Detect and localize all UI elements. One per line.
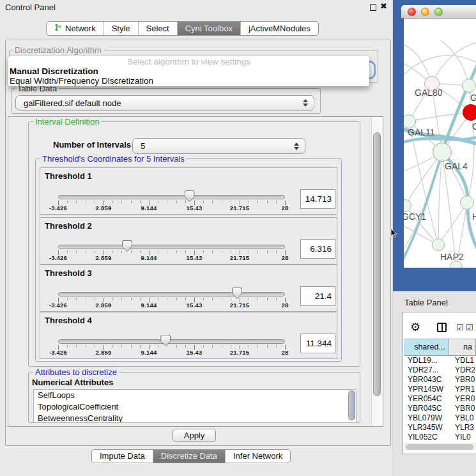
network-node-label: HAP2 (440, 252, 464, 262)
column-header-name[interactable]: na (449, 339, 476, 355)
threshold-panel: Threshold 4-3.4262.8599.14415.4321.71528… (40, 312, 337, 359)
tab-discretize-data[interactable]: Discretize Data (153, 450, 225, 463)
minimize-traffic-light[interactable] (421, 8, 429, 16)
attribute-list-item[interactable]: BetweennessCentrality (34, 413, 356, 423)
cell-name: YPR1 (451, 385, 476, 394)
dropdown-option-equal-width-frequency[interactable]: Equal Width/Frequency Discretization (10, 76, 153, 86)
network-window-titlebar[interactable] (401, 5, 476, 19)
threshold-label: Threshold 3 (45, 268, 92, 278)
network-node-label: GAL11 (408, 127, 435, 137)
network-node[interactable] (462, 79, 476, 93)
close-icon[interactable]: ✖ (380, 1, 387, 11)
control-panel-window: Control Panel ✖ Network Style Select Cyn (0, 0, 392, 476)
attribute-list-item[interactable]: SelfLoops (34, 390, 356, 401)
cell-shared-name: YBL079W (404, 413, 451, 423)
cell-shared-name: YDL19... (404, 356, 451, 365)
number-of-intervals-label: Number of Intervals (53, 140, 131, 150)
tab-network[interactable]: Network (47, 22, 104, 35)
table-row[interactable]: YBR043CYBR0 (404, 375, 476, 385)
threshold-value-field[interactable]: 14.713 (300, 189, 335, 209)
network-node[interactable] (460, 196, 474, 210)
table-row[interactable]: YBL079WYBL0 (404, 413, 476, 423)
float-window-icon[interactable] (370, 4, 376, 11)
attributes-scrollbar-thumb[interactable] (348, 390, 355, 420)
slider-scale: -3.4262.8599.14415.4321.71528 (40, 302, 337, 309)
threshold-value-field[interactable]: 6.316 (300, 239, 335, 259)
bottom-tabbar: Impute Data Discretize Data Infer Networ… (91, 449, 291, 463)
table-row[interactable]: YIL052CYIL0 (404, 433, 476, 442)
checkbox-icon[interactable]: ☑ (466, 323, 473, 332)
cell-shared-name: YBR043C (404, 375, 451, 385)
table-panel-window: Table Panel ⚙ ☑ ☑ shared... na YDL19...Y… (393, 291, 476, 476)
table-data-combobox[interactable]: galFiltered.sif default node (15, 95, 314, 111)
table-row[interactable]: YBR045CYBR0 (404, 404, 476, 413)
network-node-label: GAL80 (415, 88, 443, 98)
table-row[interactable]: YLR345WYLR3 (404, 423, 476, 433)
table-hscrollbar-thumb[interactable] (406, 444, 473, 450)
cell-name: YBL0 (451, 413, 476, 423)
threshold-panels: Threshold 1-3.4262.8599.14415.4321.71528… (35, 158, 342, 362)
gear-icon[interactable]: ⚙ (410, 320, 420, 334)
scrollbar-thumb[interactable] (373, 132, 381, 396)
attribute-list-item[interactable]: TopologicalCoefficient (34, 401, 356, 413)
threshold-panel: Threshold 2-3.4262.8599.14415.4321.71528… (40, 217, 337, 265)
table-panel-title: Table Panel (404, 298, 448, 307)
tab-style[interactable]: Style (104, 22, 138, 35)
table-row[interactable]: YPR145WYPR1 (404, 385, 476, 394)
network-icon (54, 22, 62, 35)
threshold-slider-track[interactable] (58, 245, 285, 249)
tab-network-label: Network (65, 22, 96, 35)
algorithm-dropdown-popup: Select algorithm to view settings Manual… (8, 56, 369, 86)
table-row[interactable]: YER054CYER0 (404, 394, 476, 404)
threshold-label: Threshold 2 (45, 221, 92, 231)
cell-name: YDR2 (451, 365, 476, 375)
columns-icon[interactable] (437, 323, 447, 332)
threshold-label: Threshold 4 (45, 316, 92, 325)
threshold-panel: Threshold 3-3.4262.8599.14415.4321.71528… (40, 265, 337, 312)
slider-scale: -3.4262.8599.14415.4321.71528 (40, 204, 337, 212)
close-traffic-light[interactable] (408, 8, 416, 16)
dropdown-hint: Select algorithm to view settings (8, 57, 369, 66)
cell-name: YBR0 (451, 404, 476, 413)
dropdown-option-manual-discretization[interactable]: Manual Discretization (10, 66, 98, 76)
algorithm-group-label: Discretization Algorithm (13, 45, 104, 55)
tab-select[interactable]: Select (138, 22, 177, 35)
threshold-panel: Threshold 1-3.4262.8599.14415.4321.71528… (40, 167, 337, 215)
slider-scale: -3.4262.8599.14415.4321.71528 (40, 349, 337, 357)
table-row[interactable]: YDL19...YDL1 (404, 356, 476, 365)
checkbox-icon[interactable]: ☑ (456, 323, 464, 332)
control-panel-title: Control Panel (5, 3, 56, 12)
numerical-attributes-list[interactable]: SelfLoopsTopologicalCoefficientBetweenne… (33, 389, 357, 423)
cell-shared-name: YPR145W (404, 385, 451, 394)
cell-name: YLR3 (451, 423, 476, 433)
apply-button[interactable]: Apply (173, 429, 216, 442)
network-node-label: GA (470, 93, 476, 103)
threshold-slider-track[interactable] (58, 292, 285, 296)
threshold-value-field[interactable]: 11.344 (300, 334, 335, 353)
network-node[interactable] (432, 238, 445, 251)
slider-scale: -3.4262.8599.14415.4321.71528 (40, 254, 337, 262)
network-node[interactable] (433, 142, 452, 162)
network-canvas[interactable]: GAL80GACGAL11GAL4GCY1HHAP2 (404, 19, 476, 268)
network-node[interactable] (463, 104, 476, 121)
tab-infer-network[interactable]: Infer Network (225, 450, 290, 463)
cell-shared-name: YER054C (404, 394, 451, 404)
stepper-icon (293, 142, 299, 150)
threshold-slider-track[interactable] (58, 339, 285, 344)
tab-cyni-toolbox[interactable]: Cyni Toolbox (177, 22, 240, 35)
table-row[interactable]: YDR27...YDR2 (404, 365, 476, 375)
threshold-slider-track[interactable] (58, 195, 285, 199)
network-node-label: H (472, 211, 476, 222)
zoom-traffic-light[interactable] (434, 8, 443, 16)
threshold-value-field[interactable]: 21.4 (300, 286, 335, 306)
network-node-label: C (472, 121, 476, 132)
tab-impute-data[interactable]: Impute Data (92, 450, 153, 463)
cell-name: YIL0 (451, 433, 476, 442)
cell-shared-name: YDR27... (404, 365, 451, 375)
tab-jactivemnodules[interactable]: jActiveMNodules (240, 22, 318, 35)
stepper-icon (302, 99, 308, 107)
column-header-shared-name[interactable]: shared... (404, 339, 449, 355)
network-node-label: GAL4 (445, 161, 468, 171)
attributes-group-label: Attributes to discretize (33, 367, 119, 377)
number-of-intervals-combobox[interactable]: 5 (132, 138, 305, 154)
